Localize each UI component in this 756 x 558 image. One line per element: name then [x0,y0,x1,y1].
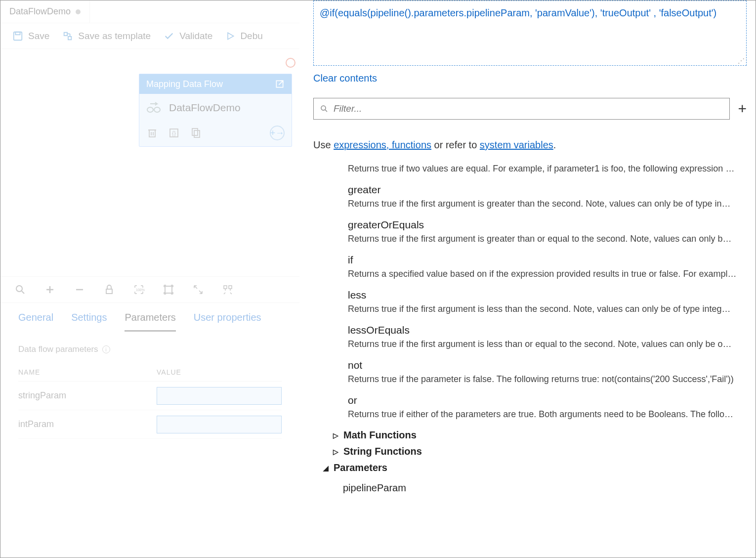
svg-rect-16 [224,286,227,289]
function-desc: Returns a specified value based on if th… [348,269,747,279]
debug-button[interactable]: Debu [225,31,262,42]
filter-box[interactable] [313,98,730,120]
function-desc: Returns true if the first argument is le… [348,304,747,314]
tab-general[interactable]: General [18,312,53,332]
function-item[interactable]: greaterReturns true if the first argumen… [348,184,747,209]
svg-rect-3 [68,36,71,39]
category-math[interactable]: ▷Math Functions [333,429,747,441]
fullscreen-icon[interactable] [192,284,204,296]
tab-parameters[interactable]: Parameters [125,312,175,332]
add-output-button[interactable]: +→ [270,126,285,140]
autolayout-icon[interactable] [222,284,234,296]
svg-rect-17 [229,286,232,289]
check-icon [164,31,174,42]
search-icon [320,104,329,113]
tab-user-properties[interactable]: User properties [194,312,261,332]
function-item[interactable]: greaterOrEqualsReturns true if the first… [348,219,747,244]
copy-icon[interactable] [190,127,202,139]
category-parameters[interactable]: ◢Parameters [323,462,747,473]
fit-screen-icon[interactable] [163,284,174,296]
code-icon[interactable]: {} [168,127,180,139]
svg-point-6 [154,107,160,112]
validate-button[interactable]: Validate [164,31,212,42]
expressions-functions-link[interactable]: expressions, functions [334,139,431,150]
save-template-label: Save as template [78,31,151,42]
activity-body: DataFlowDemo {} +→ [139,94,292,146]
col-value: VALUE [157,368,282,376]
param-row: intParam [18,410,282,439]
svg-rect-0 [14,32,22,40]
function-desc: Returns true if two values are equal. Fo… [348,164,747,174]
activity-actions: {} +→ [146,126,285,140]
info-icon[interactable]: i [102,345,110,353]
chevron-right-icon: ▷ [333,448,338,456]
function-item[interactable]: notReturns true if the parameter is fals… [348,359,747,385]
svg-rect-13 [106,289,112,294]
function-name: less [348,289,747,301]
parameters-title: Data flow parameters i [18,344,282,354]
function-name: greater [348,184,747,196]
tab-settings[interactable]: Settings [71,312,107,332]
svg-rect-1 [15,32,20,35]
expression-input[interactable]: @if(equals(pipeline().parameters.pipelin… [313,0,747,66]
activity-name: DataFlowDemo [169,102,241,114]
tab-title: DataFlowDemo [9,6,71,17]
save-label: Save [28,31,49,42]
save-template-button[interactable]: Save as template [62,31,151,42]
tab-dataflowdemo[interactable]: DataFlowDemo [0,0,90,23]
svg-point-12 [16,286,22,292]
svg-text:100%: 100% [136,288,145,292]
svg-rect-10 [192,129,198,135]
debug-label: Debu [240,31,262,42]
function-list: Returns true if two values are equal. Fo… [313,164,747,494]
expression-builder-pane: @if(equals(pipeline().parameters.pipelin… [299,0,756,558]
activity-type-label: Mapping Data Flow [146,79,223,89]
function-item[interactable]: lessOrEqualsReturns true if the first ar… [348,324,747,349]
clear-contents-link[interactable]: Clear contents [313,73,377,84]
function-desc: Returns true if the first argument is gr… [348,234,747,244]
param-row: stringParam [18,382,282,410]
svg-point-18 [321,106,326,110]
svg-rect-15 [165,286,172,293]
function-name: if [348,254,747,266]
help-text: Use expressions, functions or refer to s… [313,139,747,151]
param-value-input[interactable] [157,387,282,405]
pipeline-canvas[interactable]: Mapping Data Flow DataFlowDemo {} +→ [0,49,299,276]
param-name: stringParam [18,390,157,401]
designer-pane: DataFlowDemo Save Save as template Valid… [0,0,299,558]
param-pipelineparam[interactable]: pipelineParam [343,482,747,494]
add-button[interactable]: + [738,101,747,116]
svg-rect-11 [194,130,200,137]
function-desc: Returns true if the parameter is false. … [348,374,747,385]
function-desc: Returns true if the first argument is le… [348,339,747,349]
reset-zoom-icon[interactable]: 100% [133,284,145,296]
function-item[interactable]: lessReturns true if the first argument i… [348,289,747,314]
open-external-icon[interactable] [275,79,285,89]
tab-strip: DataFlowDemo [0,0,299,23]
function-name: or [348,394,747,406]
chevron-down-icon: ◢ [323,464,329,472]
zoom-in-icon[interactable] [44,284,56,296]
system-variables-link[interactable]: system variables [480,139,553,150]
function-name: lessOrEquals [348,324,747,336]
function-name: greaterOrEquals [348,219,747,231]
function-item[interactable]: orReturns true if either of the paramete… [348,394,747,420]
category-string[interactable]: ▷String Functions [333,446,747,457]
function-item[interactable]: ifReturns a specified value based on if … [348,254,747,279]
zoom-out-icon[interactable] [74,284,85,296]
delete-icon[interactable] [146,127,158,139]
lock-icon[interactable] [103,284,115,296]
search-icon[interactable] [14,284,26,296]
dirty-indicator-icon [76,9,81,14]
function-desc: Returns true if the first argument is gr… [348,199,747,209]
svg-rect-7 [149,130,155,137]
save-icon [12,31,23,42]
params-header: NAME VALUE [18,363,282,382]
dataflow-icon [146,102,161,114]
svg-rect-2 [64,32,67,35]
filter-input[interactable] [334,103,723,114]
activity-header: Mapping Data Flow [139,74,292,94]
activity-card[interactable]: Mapping Data Flow DataFlowDemo {} +→ [139,74,292,147]
save-button[interactable]: Save [12,31,49,42]
param-value-input[interactable] [157,416,282,433]
